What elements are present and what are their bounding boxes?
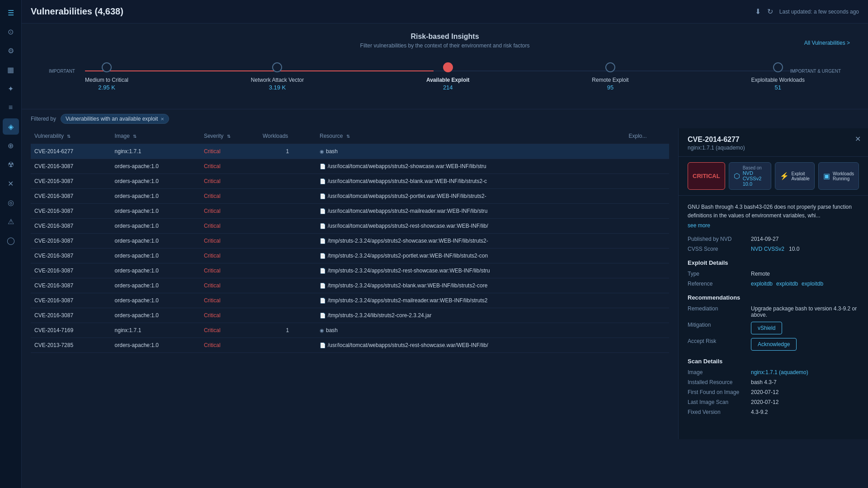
table-row[interactable]: CVE-2016-3087 orders-apache:1.0 Critical…	[31, 249, 669, 263]
detail-published-row: Published by NVD 2014-09-27	[688, 236, 859, 242]
timeline-item-3[interactable]: Remote Exploit 95	[592, 62, 628, 91]
sidebar-star-icon[interactable]: ✦	[3, 80, 19, 97]
all-vulnerabilities-link[interactable]: All Vulnerabilities >	[804, 40, 850, 46]
cell-image: orders-apache:1.0	[111, 234, 200, 249]
table-row[interactable]: CVE-2016-3087 orders-apache:1.0 Critical…	[31, 278, 669, 293]
detail-close-button[interactable]: ✕	[855, 135, 861, 143]
col-workloads[interactable]: Workloads	[259, 128, 316, 144]
mitigation-label: Mitigation	[688, 322, 751, 334]
cell-severity: Critical	[200, 263, 259, 278]
badge-critical-text: CRITICAL	[693, 173, 720, 179]
table-header: Vulnerability ⇅ Image ⇅ Severity ⇅ Workl…	[31, 128, 669, 144]
recommendations-section: Recommendations Remediation Upgrade pack…	[688, 294, 859, 351]
timeline-value-3: 95	[607, 84, 613, 91]
cell-resource: 📄/usr/local/tomcat/webapps/struts2-mailr…	[316, 204, 625, 219]
detail-cvss-row: CVSS Score NVD CVSSv2 10.0	[688, 246, 859, 252]
table-row[interactable]: CVE-2016-3087 orders-apache:1.0 Critical…	[31, 159, 669, 174]
sidebar-list-icon[interactable]: ≡	[3, 99, 19, 116]
timeline-label-3: Remote Exploit	[592, 77, 628, 83]
table-row[interactable]: CVE-2016-3087 orders-apache:1.0 Critical…	[31, 308, 669, 323]
col-severity[interactable]: Severity ⇅	[200, 128, 259, 144]
col-image[interactable]: Image ⇅	[111, 128, 200, 144]
sidebar-atom-icon[interactable]: ☢	[3, 156, 19, 173]
scan-installed-row: Installed Resource bash 4.3-7	[688, 379, 859, 385]
resource-type-icon: 📄	[320, 283, 326, 289]
vshield-button[interactable]: vShield	[751, 322, 782, 334]
table-row[interactable]: CVE-2014-7169 nginx:1.7.1 Critical 1 ◉ba…	[31, 323, 669, 338]
scan-section-title: Scan Details	[688, 358, 859, 365]
table-row[interactable]: CVE-2016-3087 orders-apache:1.0 Critical…	[31, 189, 669, 204]
timeline-label-0: Medium to Critical	[85, 77, 128, 83]
cell-exploit	[625, 159, 669, 174]
scan-image-link[interactable]: nginx:1.7.1 (aquademo)	[751, 369, 808, 375]
table-row[interactable]: CVE-2016-3087 orders-apache:1.0 Critical…	[31, 263, 669, 278]
cell-workloads	[259, 293, 316, 308]
exploit-link-2[interactable]: exploitdb	[776, 281, 798, 287]
sidebar-vuln-icon[interactable]: ◈	[3, 118, 19, 135]
scan-details-section: Scan Details Image nginx:1.7.1 (aquademo…	[688, 358, 859, 415]
col-exploit[interactable]: Explo...	[625, 128, 669, 144]
cell-image: orders-apache:1.0	[111, 293, 200, 308]
sidebar-user-icon[interactable]: ◯	[3, 232, 19, 249]
filter-remove-icon[interactable]: ✕	[160, 117, 164, 122]
cell-resource: 📄/usr/local/tomcat/webapps/struts2-rest-…	[316, 219, 625, 234]
timeline-item-4[interactable]: Exploitable Workloads 51	[751, 62, 805, 91]
remediation-row: Remediation Upgrade package bash to vers…	[688, 305, 859, 318]
cell-image: orders-apache:1.0	[111, 278, 200, 293]
cell-vuln: CVE-2016-3087	[31, 204, 111, 219]
filter-badge[interactable]: Vulnerabilities with an available exploi…	[61, 114, 169, 124]
badge-nvd-link[interactable]: NVD CVSSv2 10.0	[743, 170, 766, 187]
exploit-link-3[interactable]: exploitdb	[802, 281, 823, 287]
cell-vuln: CVE-2016-3087	[31, 189, 111, 204]
col-vulnerability[interactable]: Vulnerability ⇅	[31, 128, 111, 144]
scan-first-found-val: 2020-07-12	[751, 389, 778, 395]
sidebar-circle-icon[interactable]: ◎	[3, 194, 19, 211]
sidebar-settings-icon[interactable]: ⚙	[3, 42, 19, 59]
cell-workloads	[259, 189, 316, 204]
cell-vuln: CVE-2014-7169	[31, 323, 111, 338]
exploit-link-1[interactable]: exploitdb	[751, 281, 773, 287]
accept-risk-label: Accept Risk	[688, 338, 751, 351]
cell-workloads	[259, 249, 316, 263]
see-more-link[interactable]: see more	[688, 222, 710, 229]
accept-risk-row: Accept Risk Acknowledge	[688, 338, 859, 351]
resource-type-icon: 📄	[320, 268, 326, 274]
table-body: CVE-2014-6277 nginx:1.7.1 Critical 1 ◉ba…	[31, 144, 669, 353]
cvss-link[interactable]: NVD CVSSv2	[751, 246, 784, 252]
badge-workloads: ▣ Workloads Running	[818, 162, 859, 190]
table-row[interactable]: CVE-2013-7285 orders-apache:1.0 Critical…	[31, 338, 669, 353]
sidebar-close-icon[interactable]: ✕	[3, 175, 19, 192]
timeline-item-1[interactable]: Network Attack Vector 3.19 K	[251, 62, 304, 91]
badge-nvd-label: Based on	[743, 165, 766, 170]
table-row[interactable]: CVE-2016-3087 orders-apache:1.0 Critical…	[31, 234, 669, 249]
cvss-score: 10.0	[789, 246, 799, 252]
table-row[interactable]: CVE-2014-6277 nginx:1.7.1 Critical 1 ◉ba…	[31, 144, 669, 159]
timeline-item-0[interactable]: Medium to Critical 2.95 K	[85, 62, 128, 91]
scan-image-label: Image	[688, 369, 751, 375]
cell-workloads: 1	[259, 144, 316, 159]
workloads-icon: ▣	[823, 172, 830, 180]
sidebar-alert-icon[interactable]: ⚠	[3, 213, 19, 230]
cell-image: orders-apache:1.0	[111, 308, 200, 323]
acknowledge-button[interactable]: Acknowledge	[751, 338, 797, 351]
sidebar-home-icon[interactable]: ⊙	[3, 23, 19, 40]
col-resource[interactable]: Resource ⇅	[316, 128, 625, 144]
sidebar-grid-icon[interactable]: ▦	[3, 61, 19, 78]
timeline-item-2[interactable]: Available Exploit 214	[426, 62, 470, 91]
table-row[interactable]: CVE-2016-3087 orders-apache:1.0 Critical…	[31, 204, 669, 219]
badge-critical: CRITICAL	[688, 162, 725, 190]
table-row[interactable]: CVE-2016-3087 orders-apache:1.0 Critical…	[31, 219, 669, 234]
detail-badges-row: CRITICAL ⬡ Based on NVD CVSSv2 10.0 ⚡ Ex…	[679, 157, 868, 196]
sidebar-plus-icon[interactable]: ⊕	[3, 137, 19, 154]
refresh-icon[interactable]: ↻	[767, 7, 773, 16]
table-row[interactable]: CVE-2016-3087 orders-apache:1.0 Critical…	[31, 293, 669, 308]
scan-last-row: Last Image Scan 2020-07-12	[688, 399, 859, 405]
resource-type-icon: ◉	[320, 149, 324, 155]
sidebar-menu-icon[interactable]: ☰	[3, 5, 19, 21]
cell-image: orders-apache:1.0	[111, 263, 200, 278]
timeline-circle-4	[773, 62, 783, 72]
cell-workloads	[259, 204, 316, 219]
scan-fixed-val: 4.3-9.2	[751, 409, 768, 415]
download-icon[interactable]: ⬇	[755, 7, 761, 16]
table-row[interactable]: CVE-2016-3087 orders-apache:1.0 Critical…	[31, 174, 669, 189]
